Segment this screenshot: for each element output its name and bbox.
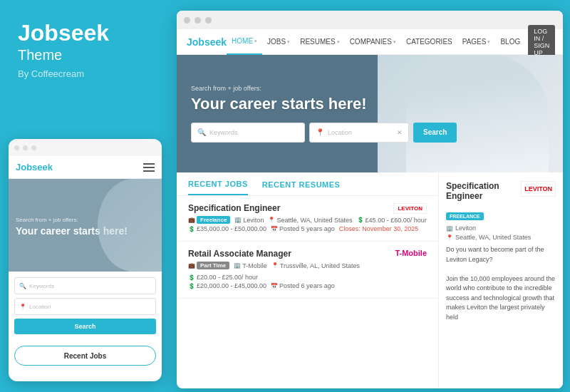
location-input[interactable]: 📍 Location ✕ [309, 123, 409, 143]
job-company-1: 🏢 Leviton [234, 216, 264, 224]
building-icon: 🏢 [234, 217, 242, 223]
job-salary2-1: 💲 £35,000.00 - £50,000.00 [188, 225, 266, 232]
mobile-recent-jobs-button[interactable]: Recent Jobs [14, 346, 156, 366]
job-closes-1: Closes: November 30, 2025 [339, 225, 419, 232]
job-type-badge-1: Freelance [197, 216, 230, 224]
job-meta-1b: 💲 £35,000.00 - £50,000.00 📅 Posted 5 yea… [188, 225, 427, 232]
job-posted-text-1: Posted 5 years ago [279, 225, 335, 232]
brand-subtitle: Theme [18, 46, 153, 64]
nav-item-pages[interactable]: PAGES ▾ [457, 29, 496, 55]
chevron-down-icon: ▾ [254, 38, 257, 44]
location-icon: 📍 [19, 304, 26, 310]
nav-resumes-label: RESUMES [300, 38, 335, 46]
keywords-placeholder: Keywords [209, 129, 238, 136]
money-icon-2: 💲 [188, 226, 195, 232]
search-icon: 🔍 [197, 128, 206, 136]
job-meta-2: 💼 Part Time 🏢 T-Mobile 📍 Trussville, AL,… [188, 262, 427, 281]
nav-blog-label: BLOG [500, 38, 520, 46]
search-button[interactable]: Search [413, 123, 457, 143]
tabs-row: RECENT JOBS RECENT RESUMES [177, 172, 438, 196]
money-icon: 💲 [357, 217, 364, 223]
building-icon-2: 🏢 [234, 262, 241, 269]
job-title-2[interactable]: Retail Associate Manager [188, 249, 291, 259]
tab-recent-resumes-label: RECENT RESUMES [262, 180, 341, 189]
mobile-recent-jobs-label: Recent Jobs [64, 352, 106, 360]
job-meta-2b: 💲 £20,000.00 - £45,000.00 📅 Posted 6 yea… [188, 282, 427, 289]
job-posted-2: 📅 Posted 6 years ago [271, 282, 335, 289]
mobile-search-area: 🔍 Keywords 📍 Location Search [9, 272, 162, 340]
right-sidebar: Specification Engineer LEVITON FREELANCE… [438, 172, 563, 388]
job-company-name-2: T-Mobile [242, 262, 267, 269]
mobile-keywords-input[interactable]: 🔍 Keywords [14, 277, 156, 294]
brand-by: By Coffeecream [18, 68, 153, 79]
search-bar: 🔍 Keywords 📍 Location ✕ Search [191, 123, 457, 143]
job-salary-2: 💲 £20.00 - £25.00/ hour [188, 274, 258, 281]
job-salary-text-1: £45.00 - £60.00/ hour [366, 217, 427, 224]
job-location-1: 📍 Seattle, WA, United States [268, 216, 352, 224]
site-nav: Jobseek HOME ▾ JOBS ▾ RESUMES ▾ COMPANIE… [177, 29, 563, 55]
sidebar-company-name: Leviton [455, 225, 476, 232]
tab-recent-jobs[interactable]: RECENT JOBS [188, 180, 248, 195]
mobile-nav-brand: Jobseek [16, 162, 53, 172]
nav-item-blog[interactable]: BLOG [495, 29, 525, 55]
job-location-text-2: Trussville, AL, United States [280, 262, 360, 269]
chevron-down-icon: ▾ [487, 39, 490, 45]
hamburger-icon[interactable] [143, 163, 155, 172]
sidebar-location: 📍 Seattle, WA, United States [446, 234, 556, 241]
job-listing-1: Specification Engineer LEVITON 💼 Freelan… [177, 196, 438, 242]
chevron-down-icon: ▾ [337, 39, 340, 45]
leviton-logo-1: LEVITON [393, 203, 427, 214]
mobile-browser-bar [9, 139, 162, 156]
job-location-text-1: Seattle, WA, United States [276, 217, 352, 224]
job-location-2: 📍 Trussville, AL, United States [271, 262, 360, 269]
browser-dot-3 [205, 17, 212, 24]
nav-item-companies[interactable]: COMPANIES ▾ [345, 29, 401, 55]
nav-items: HOME ▾ JOBS ▾ RESUMES ▾ COMPANIES ▾ CATE… [227, 25, 555, 59]
map-pin-icon-sidebar: 📍 [446, 234, 453, 241]
content-area: RECENT JOBS RECENT RESUMES Specification… [177, 172, 563, 388]
left-panel: Jobseek Theme By Coffeecream Jobseek Sea… [0, 0, 171, 392]
job-salary-text-2: £20.00 - £25.00/ hour [197, 274, 258, 281]
location-icon: 📍 [316, 128, 324, 136]
mobile-location-input[interactable]: 📍 Location [14, 298, 156, 315]
hero-small-text: Search from + job offers: [191, 85, 457, 92]
briefcase-icon: 💼 [188, 217, 195, 223]
job-salary2-text-2: £20,000.00 - £45,000.00 [197, 282, 266, 289]
tab-recent-resumes[interactable]: RECENT RESUMES [262, 180, 341, 195]
mobile-search-button[interactable]: Search [14, 319, 156, 334]
chevron-down-icon: ▾ [287, 39, 290, 45]
money-icon-4: 💲 [188, 283, 195, 289]
job-meta-1: 💼 Freelance 🏢 Leviton 📍 Seattle, WA, Uni… [188, 216, 427, 224]
mobile-location-label: Location [29, 304, 51, 310]
briefcase-icon-2: 💼 [188, 262, 195, 269]
main-content: RECENT JOBS RECENT RESUMES Specification… [177, 172, 438, 388]
hero-content: Search from + job offers: Your career st… [191, 85, 457, 142]
mobile-dot-2 [23, 145, 28, 150]
nav-item-resumes[interactable]: RESUMES ▾ [295, 29, 344, 55]
sidebar-job-header: Specification Engineer LEVITON [446, 181, 556, 204]
browser-dot-2 [195, 17, 201, 24]
mobile-dot-3 [31, 145, 36, 150]
nav-item-home[interactable]: HOME ▾ [227, 29, 262, 55]
nav-categories-label: CATEGORIES [406, 38, 452, 46]
job-company-2: 🏢 T-Mobile [234, 262, 267, 269]
sidebar-badge: FREELANCE [446, 212, 484, 220]
login-button[interactable]: LOG IN / SIGN UP [528, 25, 555, 59]
site-hero: Search from + job offers: Your career st… [177, 55, 563, 172]
job-salary2-text-1: £35,000.00 - £50,000.00 [197, 225, 266, 232]
job-title-1[interactable]: Specification Engineer [188, 203, 280, 213]
browser-mockup: Jobseek HOME ▾ JOBS ▾ RESUMES ▾ COMPANIE… [177, 11, 563, 388]
nav-item-jobs[interactable]: JOBS ▾ [262, 29, 295, 55]
sidebar-location-text: Seattle, WA, United States [455, 234, 531, 241]
nav-companies-label: COMPANIES [350, 38, 392, 46]
calendar-icon: 📅 [271, 226, 278, 232]
map-pin-icon: 📍 [268, 217, 275, 223]
keywords-input[interactable]: 🔍 Keywords [191, 123, 305, 143]
mobile-nav: Jobseek [9, 156, 162, 179]
tmobile-logo: T-Mobile [395, 249, 427, 257]
mobile-hero: Search from + job offers: Your career st… [9, 179, 162, 272]
nav-home-label: HOME [232, 37, 253, 45]
job-type-1: 💼 Freelance [188, 216, 230, 224]
nav-item-categories[interactable]: CATEGORIES [401, 29, 457, 55]
mobile-dot-1 [14, 145, 19, 150]
